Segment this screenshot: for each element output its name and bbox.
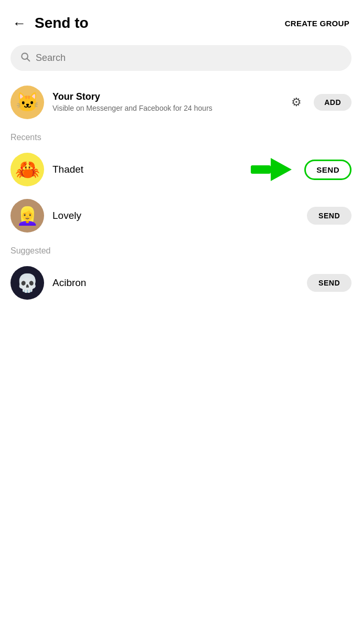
arrow-combined	[251, 158, 292, 181]
acibron-avatar-emoji: 💀	[16, 272, 38, 293]
search-container	[0, 41, 362, 79]
lovely-name: Lovely	[52, 210, 299, 221]
header-left: ← Send to	[13, 15, 89, 31]
arrow-head	[271, 158, 292, 181]
search-bar	[10, 45, 352, 71]
contact-row-acibron: 💀 Acibron SEND	[0, 260, 362, 306]
arrow-shaft	[251, 165, 271, 174]
thadet-name: Thadet	[52, 164, 242, 175]
create-group-button[interactable]: CREATE GROUP	[285, 19, 349, 28]
story-avatar: 🐱	[10, 86, 44, 119]
green-arrow-indicator	[251, 158, 292, 181]
acibron-name: Acibron	[52, 277, 299, 289]
back-button[interactable]: ←	[13, 15, 26, 31]
story-avatar-emoji: 🐱	[16, 91, 39, 113]
header: ← Send to CREATE GROUP	[0, 0, 362, 41]
thadet-avatar-emoji: 🦀	[15, 158, 40, 181]
contact-row-lovely: 👱‍♀️ Lovely SEND	[0, 193, 362, 239]
story-actions: ⚙ ADD	[285, 91, 352, 113]
story-subtitle: Visible on Messenger and Facebook for 24…	[52, 103, 277, 114]
send-button-lovely[interactable]: SEND	[307, 207, 352, 225]
send-button-thadet[interactable]: SEND	[304, 160, 352, 180]
story-info: Your Story Visible on Messenger and Face…	[52, 91, 277, 114]
add-story-button[interactable]: ADD	[314, 94, 352, 111]
acibron-avatar: 💀	[10, 266, 44, 300]
gear-button[interactable]: ⚙	[285, 91, 307, 113]
search-input[interactable]	[36, 52, 342, 64]
thadet-avatar: 🦀	[10, 153, 44, 186]
your-story-row: 🐱 Your Story Visible on Messenger and Fa…	[0, 79, 362, 125]
search-icon	[20, 51, 30, 65]
svg-line-1	[27, 59, 30, 61]
contact-row-thadet: 🦀 Thadet SEND	[0, 146, 362, 193]
send-button-acibron[interactable]: SEND	[307, 274, 352, 292]
page-title: Send to	[35, 15, 89, 31]
recents-label: Recents	[0, 125, 362, 146]
suggested-label: Suggested	[0, 239, 362, 260]
lovely-avatar-emoji: 👱‍♀️	[16, 205, 38, 226]
story-title: Your Story	[52, 91, 277, 102]
lovely-avatar: 👱‍♀️	[10, 199, 44, 233]
